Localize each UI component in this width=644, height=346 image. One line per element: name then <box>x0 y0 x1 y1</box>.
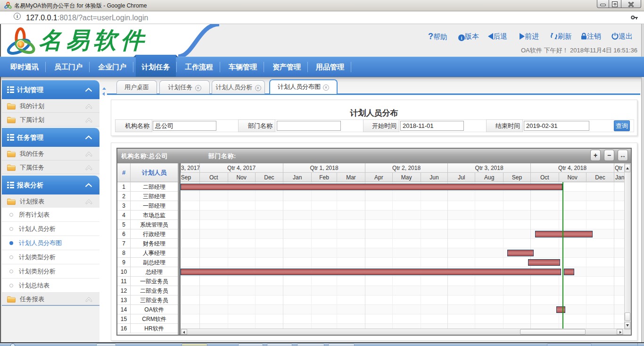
svg-text:i: i <box>20 42 22 47</box>
